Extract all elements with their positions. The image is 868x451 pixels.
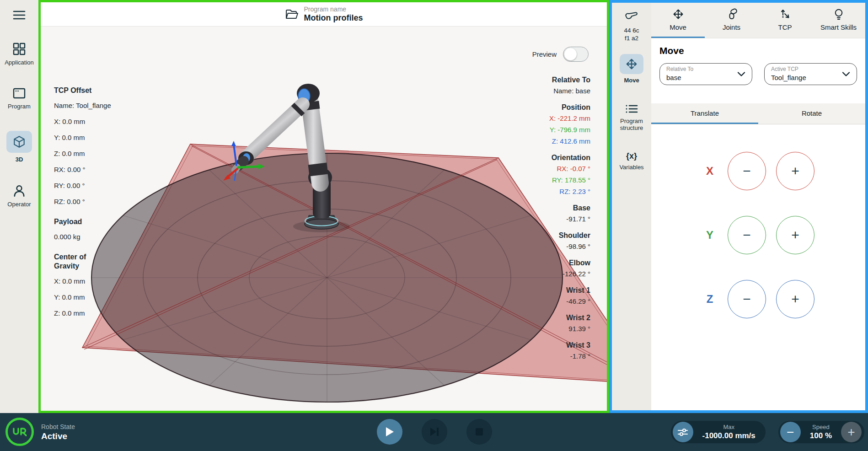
speed-settings-button[interactable] (673, 422, 693, 442)
max-value: -1000.00 mm/s (702, 431, 755, 440)
tcp-axes-icon (779, 8, 791, 20)
variables-icon: {x} (626, 151, 637, 161)
3d-scene-viewport[interactable] (41, 27, 607, 411)
tab-label: Rotate (802, 109, 822, 117)
preview-label: Preview (532, 50, 557, 58)
hamburger-icon (12, 9, 26, 21)
max-speed-pill[interactable]: Max -1000.00 mm/s (671, 421, 766, 443)
skip-to-end-button[interactable] (422, 419, 447, 445)
sidebar-item-program[interactable]: Program (8, 87, 31, 110)
tcp-z: Z: 0.0 mm (54, 149, 111, 158)
axis-label-z: Z (702, 293, 718, 306)
sidebar-item-label: Program (8, 103, 31, 110)
tab-translate[interactable]: Translate (651, 103, 758, 124)
tcp-offset-title: TCP Offset (54, 86, 111, 95)
tool-label: Program structure (612, 118, 651, 131)
panel-title: Move (659, 45, 865, 56)
tab-joints[interactable]: Joints (705, 3, 758, 38)
tcp-ry: RY: 0.00 ° (54, 181, 111, 190)
chevron-down-icon (842, 72, 850, 77)
speed-label: Speed (810, 424, 832, 431)
tab-label: Smart Skills (820, 23, 857, 31)
move-panel-content: Move Joints TCP (651, 3, 865, 410)
preview-toggle[interactable] (563, 47, 589, 62)
tool-move[interactable]: Move (620, 54, 643, 84)
3d-scene (41, 27, 607, 411)
sidebar-item-3d[interactable]: 3D (6, 131, 32, 163)
relative-to-name: Name: base (549, 86, 590, 96)
z-plus-button[interactable]: + (776, 280, 814, 318)
joint-value: -1.78 ° (549, 352, 590, 361)
chevron-down-icon (737, 72, 745, 77)
move-cross-icon (620, 54, 643, 74)
relative-to-title: Relative To (549, 75, 590, 85)
x-plus-button[interactable]: + (776, 152, 814, 190)
robot-state: Robot State Active (5, 418, 75, 446)
move-cross-icon (672, 8, 684, 20)
joint-value: -126.22 ° (549, 269, 590, 279)
sidebar-item-label: Operator (7, 201, 31, 208)
bottom-status-bar: Robot State Active (0, 413, 868, 451)
speed-minus-button[interactable]: − (780, 422, 801, 442)
tab-move[interactable]: Move (651, 3, 705, 38)
lightbulb-icon (833, 8, 845, 20)
ur-logo[interactable] (5, 418, 34, 446)
cog-z: Z: 0.0 mm (54, 309, 111, 318)
tool-variables[interactable]: {x} Variables (619, 151, 643, 171)
app-grid-icon (12, 42, 26, 56)
tab-smart-skills[interactable]: Smart Skills (812, 3, 865, 38)
joints-icon (726, 8, 738, 20)
speed-plus-button[interactable]: + (841, 422, 862, 442)
position-x: X: -221.2 mm (549, 114, 590, 123)
sidebar-item-label: Application (5, 59, 34, 66)
cog-y: Y: 0.0 mm (54, 293, 111, 302)
jog-axis-controls: X − + Y − + Z − + (651, 124, 865, 318)
preview-control: Preview (532, 47, 589, 62)
hamburger-menu-button[interactable] (12, 9, 26, 21)
tcp-rz: RZ: 0.00 ° (54, 197, 111, 206)
tool-program-structure[interactable]: Program structure (612, 103, 651, 131)
operator-person-icon (12, 184, 26, 198)
speed-controls: Max -1000.00 mm/s − Speed 100 % + (671, 421, 864, 443)
orientation-rz: RZ: 2.23 ° (549, 187, 590, 196)
orientation-rx: RX: -0.07 ° (549, 164, 590, 173)
sidebar-item-operator[interactable]: Operator (7, 184, 31, 208)
joint-value: -91.71 ° (549, 215, 590, 224)
play-button[interactable] (377, 419, 402, 445)
position-y: Y: -796.9 mm (549, 125, 590, 134)
freedrive-hand-button[interactable] (625, 10, 638, 21)
tab-rotate[interactable]: Rotate (758, 103, 865, 124)
select-label: Relative To (666, 66, 745, 73)
tool-strip: 44 6c f1 a2 Move Program structu (612, 3, 651, 410)
active-tcp-select[interactable]: Active TCP Tool_flange (764, 63, 857, 85)
tab-label: Joints (723, 23, 740, 31)
position-title: Position (549, 103, 590, 112)
y-minus-button[interactable]: − (728, 216, 766, 254)
relative-to-select[interactable]: Relative To base (659, 63, 752, 85)
max-label: Max (702, 424, 755, 431)
axis-label-x: X (702, 165, 718, 177)
z-minus-button[interactable]: − (728, 280, 766, 318)
program-window-icon (12, 87, 26, 100)
sidebar-item-application[interactable]: Application (5, 42, 34, 66)
y-plus-button[interactable]: + (776, 216, 814, 254)
axis-row-y: Y − + (702, 216, 814, 254)
tcp-name: Name: Tool_flange (54, 101, 111, 110)
skip-end-icon (429, 427, 439, 436)
axis-row-x: X − + (702, 152, 814, 190)
stop-button[interactable] (466, 419, 492, 445)
payload-title: Payload (54, 217, 111, 226)
robot-state-label: Robot State (41, 423, 75, 431)
x-minus-button[interactable]: − (728, 152, 766, 190)
payload-value: 0.000 kg (54, 232, 111, 242)
joint-label: Elbow (549, 258, 590, 268)
safety-checksum: 44 6c f1 a2 (624, 27, 639, 42)
tab-label: Translate (691, 109, 719, 117)
sidebar-item-label: 3D (16, 156, 23, 163)
joint-label: Base (549, 204, 590, 213)
tab-tcp[interactable]: TCP (758, 3, 812, 38)
axis-label-y: Y (702, 229, 718, 242)
toggle-knob (564, 48, 577, 60)
cog-x: X: 0.0 mm (54, 277, 111, 286)
joint-value: -46.29 ° (549, 297, 590, 306)
